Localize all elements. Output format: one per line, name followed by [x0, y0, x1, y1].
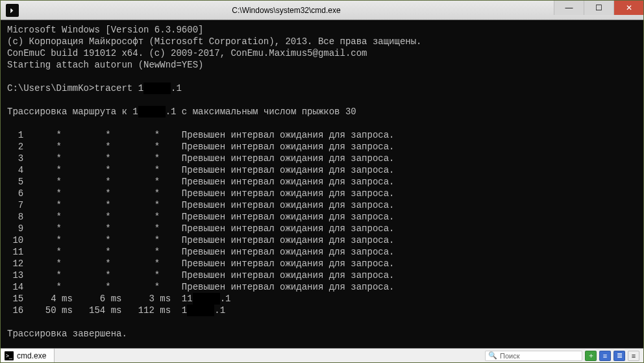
maximize-button[interactable]: ☐: [584, 1, 613, 15]
command-text: .1: [171, 83, 182, 94]
window-title: C:\Windows\system32\cmd.exe: [19, 6, 554, 15]
console-icon: >_: [5, 351, 14, 360]
minimize-button[interactable]: —: [554, 1, 584, 15]
search-icon: 🔍: [488, 351, 497, 360]
app-icon: ⏵: [6, 4, 19, 17]
trace-header: Трассировка маршрута к 1: [7, 106, 138, 117]
trace-done: Трассировка завершена.: [7, 329, 127, 339]
search-placeholder: Поиск: [500, 352, 519, 360]
toolbar-button[interactable]: ≣: [613, 351, 625, 361]
new-tab-button[interactable]: ＋: [585, 351, 597, 361]
app-window: ⏵ C:\Windows\system32\cmd.exe — ☐ ✕ Micr…: [0, 0, 644, 363]
banner-line: Microsoft Windows [Version 6.3.9600]: [7, 25, 203, 35]
banner-line: Starting attach autorun (NewWnd=YES): [7, 60, 203, 70]
banner-line: (c) Корпорация Майкрософт (Microsoft Cor…: [7, 36, 422, 47]
menu-button[interactable]: ≡: [628, 351, 639, 361]
search-input[interactable]: 🔍 Поиск: [485, 351, 582, 361]
toolbar-button[interactable]: ≡: [599, 351, 611, 361]
command-text: tracert 1: [94, 83, 143, 94]
terminal-output[interactable]: Microsoft Windows [Version 6.3.9600] (c)…: [1, 20, 643, 348]
prompt: C:\Users\DimmKo>: [7, 83, 94, 94]
tabbar-toolbar: 🔍 Поиск ＋ ≡ ≣ ≡: [485, 349, 643, 362]
redacted-text: [143, 82, 171, 94]
trace-header: .1 с максимальным числом прыжков 30: [166, 106, 356, 117]
window-controls: — ☐ ✕: [554, 1, 643, 19]
tab-label: cmd.exe: [17, 351, 46, 360]
hops-list: 1 * * * Превышен интервал ожидания для з…: [7, 130, 395, 316]
tabbar: >_ cmd.exe 🔍 Поиск ＋ ≡ ≣ ≡: [1, 348, 643, 362]
redacted-text: [138, 106, 166, 118]
titlebar[interactable]: ⏵ C:\Windows\system32\cmd.exe — ☐ ✕: [1, 1, 643, 20]
tab-cmd[interactable]: >_ cmd.exe: [1, 349, 55, 362]
close-button[interactable]: ✕: [613, 1, 643, 15]
banner-line: ConEmuC build 191012 x64. (c) 2009-2017,…: [7, 48, 367, 58]
